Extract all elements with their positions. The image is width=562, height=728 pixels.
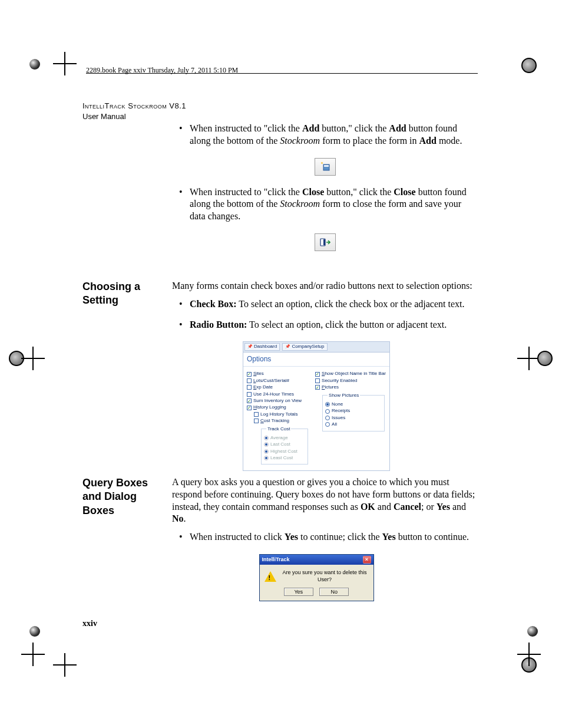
- page-number: xxiv: [82, 619, 97, 628]
- checkbox-lots[interactable]: Lots/Cust/Serial#: [247, 378, 309, 384]
- registration-cross: [53, 653, 77, 677]
- checkbox-cost-tracking[interactable]: Cost Tracking: [254, 418, 309, 424]
- dialog-screenshot: IntelliTrack × Are you sure you want to …: [154, 554, 478, 601]
- radio-least-cost[interactable]: Least Cost: [264, 455, 305, 461]
- add-button-icon: [315, 158, 336, 176]
- checkbox-security-enabled[interactable]: Security Enabled: [315, 378, 386, 384]
- checkbox-sum-inventory[interactable]: Sum Inventory on View: [247, 398, 309, 404]
- tab-bar: 📌Dashboard 📌CompanySetup: [243, 342, 389, 352]
- bullet-add-button: When instructed to "click the Add button…: [172, 123, 478, 176]
- tab-companysetup[interactable]: 📌CompanySetup: [282, 343, 327, 350]
- radio-issues[interactable]: Issues: [325, 415, 382, 421]
- registration-cross: [53, 52, 77, 75]
- section-clicking-buttons: When instructed to "click the Add button…: [172, 123, 478, 262]
- query-intro: A query box asks you a question or gives…: [172, 476, 478, 525]
- radio-last-cost[interactable]: Last Cost: [264, 442, 305, 447]
- group-show-pictures: Show Pictures None Receipts Issues All: [322, 393, 385, 431]
- options-screenshot: 📌Dashboard 📌CompanySetup Options SSitesi…: [154, 341, 478, 471]
- svg-rect-1: [324, 165, 329, 167]
- radio-none[interactable]: None: [325, 401, 382, 407]
- bullet-click-yes: When instructed to click Yes to continue…: [172, 531, 478, 543]
- radio-highest-cost[interactable]: Highest Cost: [264, 449, 305, 454]
- options-title: Options: [243, 353, 389, 367]
- bullet-close-button: When instructed to "click the Close butt…: [172, 186, 478, 251]
- choosing-intro: Many forms contain check boxes and/or ra…: [172, 280, 478, 292]
- radio-average[interactable]: Average: [264, 435, 305, 441]
- yes-button[interactable]: Yes: [284, 588, 313, 596]
- radio-all[interactable]: All: [325, 421, 382, 427]
- header-rule: [86, 73, 478, 74]
- checkbox-pictures[interactable]: Pictures: [315, 384, 386, 390]
- registration-ring: [521, 58, 537, 73]
- registration-dot: [29, 59, 40, 70]
- section-query-boxes: A query box asks you a question or gives…: [172, 476, 478, 601]
- dialog-message: Are you sure you want to delete this Use…: [281, 569, 369, 583]
- doc-subtitle: User Manual: [82, 112, 126, 121]
- group-track-cost: Track Cost Average Last Cost Highest Cos…: [261, 426, 308, 465]
- checkbox-show-object-name[interactable]: Show Object Name in Title Bar: [315, 371, 386, 377]
- close-icon[interactable]: ×: [363, 556, 371, 564]
- bullet-radio-button: Radio Button: To select an option, click…: [172, 319, 478, 331]
- registration-dot: [527, 626, 538, 637]
- doc-title: IntelliTrack Stockroom V8.1: [82, 101, 186, 110]
- checkbox-24hour[interactable]: Use 24-Hour Times: [247, 391, 309, 397]
- registration-cross: [21, 347, 45, 370]
- dialog-titlebar: IntelliTrack ×: [260, 555, 373, 565]
- section-choosing-a-setting: Many forms contain check boxes and/or ra…: [172, 280, 478, 471]
- registration-cross: [517, 643, 541, 666]
- heading-query-boxes: Query Boxes and Dialog Boxes: [82, 476, 159, 518]
- tab-dashboard[interactable]: 📌Dashboard: [244, 343, 280, 350]
- heading-choosing-a-setting: Choosing a Setting: [82, 280, 159, 308]
- radio-receipts[interactable]: Receipts: [325, 408, 382, 414]
- no-button[interactable]: No: [319, 588, 349, 596]
- checkbox-sites[interactable]: SSitesites: [247, 371, 309, 377]
- bullet-check-box: Check Box: To select an option, click th…: [172, 298, 478, 311]
- checkbox-log-history-totals[interactable]: Log History Totals: [254, 411, 309, 417]
- warning-icon: [265, 571, 276, 582]
- close-button-icon: [315, 233, 336, 251]
- checkbox-history-logging[interactable]: History Logging: [247, 404, 309, 410]
- checkbox-exp-date[interactable]: Exp Date: [247, 384, 309, 390]
- registration-cross: [21, 643, 45, 666]
- pin-icon: 📌: [247, 344, 253, 348]
- pin-icon: 📌: [285, 344, 290, 348]
- svg-rect-3: [323, 239, 325, 245]
- registration-ring: [537, 351, 553, 366]
- registration-dot: [29, 626, 40, 637]
